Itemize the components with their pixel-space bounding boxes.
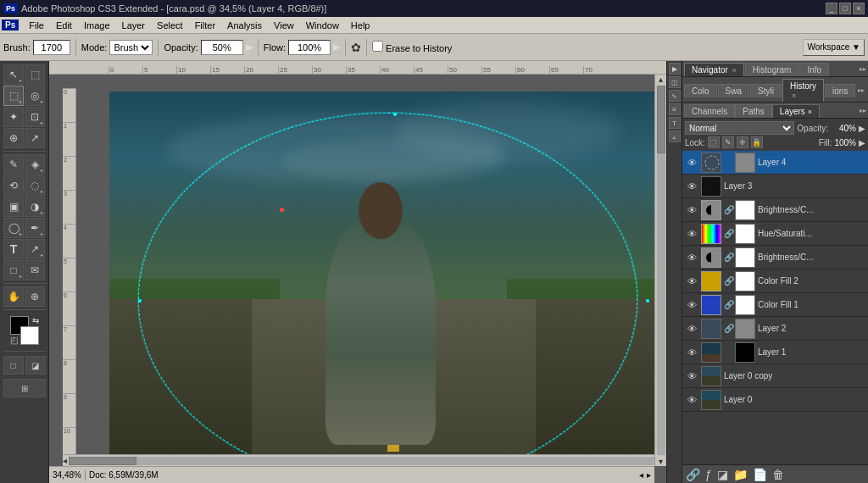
levels-button[interactable]: ≡ — [669, 103, 681, 115]
layer-effects-button[interactable]: ƒ — [705, 468, 712, 481]
reset-colors-icon[interactable]: ◰ — [10, 336, 18, 345]
lock-transparent-button[interactable]: ⬚ — [708, 136, 720, 148]
hand-tool[interactable]: ✋ — [3, 286, 24, 307]
artboard-tool[interactable]: ⬚ — [25, 64, 45, 85]
v-scroll-thumb[interactable] — [657, 86, 665, 153]
close-navigator-tab[interactable]: × — [732, 66, 737, 75]
layer-item-hue[interactable]: 👁 🔗 Hue/Saturati... — [682, 222, 868, 246]
tab-history[interactable]: History × — [782, 79, 824, 102]
opacity-arrow[interactable]: ▶ — [246, 42, 253, 53]
colorfill1-visibility-toggle[interactable]: 👁 — [685, 298, 698, 312]
collapse-color-panel[interactable]: ▸▸ — [856, 85, 866, 96]
layer1-visibility-toggle[interactable]: 👁 — [685, 346, 698, 359]
layer-item-layer3[interactable]: 👁 Layer 3 — [682, 175, 868, 198]
minimize-button[interactable]: _ — [826, 3, 837, 14]
layer-item-brightness1[interactable]: 👁 🔗 Brightness/C... — [682, 198, 868, 222]
menu-window[interactable]: Window — [301, 19, 344, 32]
canvas-next-button[interactable]: ▸ — [647, 470, 651, 480]
tab-actions[interactable]: ions — [825, 84, 855, 97]
text-tool[interactable]: T — [3, 239, 24, 259]
brightness1-visibility-toggle[interactable]: 👁 — [685, 203, 698, 217]
link-layers-button[interactable]: 🔗 — [686, 468, 700, 481]
menu-edit[interactable]: Edit — [51, 19, 77, 32]
menu-help[interactable]: Help — [346, 19, 376, 32]
layer-item-layer0[interactable]: 👁 Layer 0 — [682, 388, 868, 412]
standard-mode-button[interactable]: □ — [3, 356, 24, 375]
layer-item-layer4[interactable]: 👁 Layer 4 — [682, 151, 868, 175]
canvas-prev-button[interactable]: ◂ — [639, 470, 643, 480]
layer-item-colorfill1[interactable]: 👁 🔗 Color Fill 1 — [682, 293, 868, 317]
blur-tool[interactable]: ◑▸ — [25, 197, 45, 217]
lock-all-button[interactable]: 🔒 — [751, 136, 763, 148]
delete-layer-button[interactable]: 🗑 — [772, 468, 784, 481]
lasso-tool[interactable]: ◎▸ — [25, 86, 45, 106]
menu-file[interactable]: File — [24, 19, 49, 32]
layer-item-brightness2[interactable]: 👁 🔗 Brightness/C... — [682, 246, 868, 269]
h-scroll-thumb[interactable] — [69, 457, 136, 465]
marquee-tool[interactable]: ⬚▸ — [3, 86, 24, 106]
layer4-visibility-toggle[interactable]: 👁 — [685, 156, 698, 169]
tab-info[interactable]: Info — [799, 63, 829, 76]
hue-visibility-toggle[interactable]: 👁 — [685, 227, 698, 241]
path-select-tool[interactable]: ↗▸ — [25, 239, 45, 259]
tab-color[interactable]: Colo — [684, 84, 717, 97]
toggle-panel-button[interactable]: ▶ — [669, 63, 681, 75]
paths-button[interactable]: ⟁ — [669, 130, 681, 142]
collapse-layers-panel[interactable]: ▸▸ — [858, 105, 868, 116]
close-layers-tab[interactable]: × — [808, 108, 812, 116]
opacity-arrow[interactable]: ▶ — [859, 124, 865, 133]
fill-arrow[interactable]: ▶ — [859, 138, 865, 147]
collapse-nav-panel[interactable]: ▸▸ — [858, 64, 868, 75]
quick-mask-button[interactable]: ◪ — [25, 356, 46, 375]
tab-histogram[interactable]: Histogram — [745, 63, 799, 76]
new-group-button[interactable]: 📁 — [733, 468, 748, 481]
airbrush-icon[interactable]: ✿ — [351, 41, 361, 54]
tab-swatches[interactable]: Swa — [718, 84, 749, 97]
pen-tool[interactable]: ✒▸ — [25, 218, 45, 238]
layer-item-layer1[interactable]: 👁 Layer 1 — [682, 341, 868, 364]
layer0copy-visibility-toggle[interactable]: 👁 — [685, 369, 698, 383]
menu-select[interactable]: Select — [152, 19, 188, 32]
scroll-left-arrow[interactable]: ◂ — [63, 456, 67, 465]
tab-navigator[interactable]: Navigator × — [684, 63, 744, 76]
type-tool-button[interactable]: T — [669, 117, 681, 129]
tab-paths[interactable]: Paths — [735, 104, 772, 118]
opacity-input[interactable] — [201, 40, 243, 55]
tab-styles[interactable]: Styli — [750, 84, 782, 97]
channels-view-button[interactable]: ◫ — [669, 76, 681, 88]
layer-item-colorfill2[interactable]: 👁 🔗 Color Fill 2 — [682, 269, 868, 293]
eyedropper-tool[interactable]: ⊕ — [3, 128, 24, 148]
layer2-visibility-toggle[interactable]: 👁 — [685, 322, 698, 336]
menu-image[interactable]: Image — [79, 19, 115, 32]
shape-tool[interactable]: □▸ — [3, 260, 24, 280]
brightness2-visibility-toggle[interactable]: 👁 — [685, 251, 698, 264]
new-layer-button[interactable]: 📄 — [753, 468, 767, 481]
layer-item-layer2[interactable]: 👁 🔗 Layer 2 — [682, 317, 868, 341]
measure-tool[interactable]: ↗ — [25, 128, 45, 148]
workspace-button[interactable]: Workspace ▼ — [803, 39, 865, 56]
mode-select[interactable]: Brush — [109, 40, 153, 55]
scroll-up-arrow[interactable]: ▴ — [659, 75, 663, 84]
background-color[interactable] — [20, 326, 39, 345]
zoom-tool[interactable]: ⊕ — [25, 286, 45, 307]
notes-tool[interactable]: ✉ — [25, 260, 45, 280]
layer-item-layer0copy[interactable]: 👁 Layer 0 copy — [682, 364, 868, 388]
brush-tool[interactable]: ✎ — [3, 154, 24, 175]
stamp-tool[interactable]: ◈▸ — [25, 154, 45, 175]
flow-arrow[interactable]: ▶ — [333, 42, 340, 53]
menu-analysis[interactable]: Analysis — [222, 19, 267, 32]
menu-view[interactable]: View — [269, 19, 299, 32]
window-controls[interactable]: _ □ × — [826, 3, 865, 14]
flow-input[interactable] — [288, 40, 331, 55]
maximize-button[interactable]: □ — [839, 3, 851, 14]
blend-mode-select[interactable]: Normal — [685, 121, 794, 135]
tab-layers[interactable]: Layers × — [772, 104, 820, 118]
scroll-down-arrow[interactable]: ▾ — [659, 457, 663, 466]
erase-history-label[interactable]: Erase to History — [372, 41, 452, 53]
brush-size-input[interactable] — [33, 40, 70, 55]
menu-filter[interactable]: Filter — [190, 19, 220, 32]
lock-position-button[interactable]: ✛ — [737, 136, 748, 148]
eraser-tool[interactable]: ◌▸ — [25, 175, 45, 196]
close-button[interactable]: × — [853, 3, 865, 14]
lock-pixels-button[interactable]: ✎ — [722, 136, 734, 148]
